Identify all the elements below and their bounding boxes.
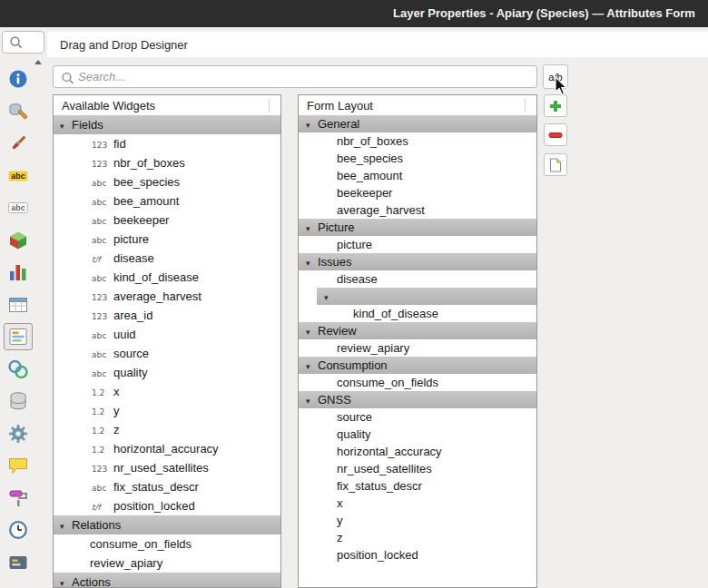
window-titlebar[interactable]: Layer Properties - Apiary (Species) — At…: [0, 0, 708, 27]
add-container-button[interactable]: [544, 94, 567, 117]
sidebar-item-joins[interactable]: [4, 356, 33, 383]
widget-item[interactable]: 1.2z: [54, 420, 280, 439]
form-item[interactable]: y: [299, 512, 536, 529]
form-item[interactable]: bee_amount: [299, 167, 536, 184]
widget-item[interactable]: 1.2horizontal_accuracy: [54, 439, 280, 458]
widget-search-field: [53, 65, 537, 88]
form-container[interactable]: ▾Review: [299, 322, 536, 339]
sidebar-item-actions[interactable]: [4, 420, 33, 447]
available-widgets-tree: ▾Fields123fid123nbr_of_boxesabcbee_speci…: [54, 115, 280, 587]
form-item[interactable]: picture: [299, 236, 536, 253]
widget-item[interactable]: t/fposition_locked: [54, 496, 280, 515]
form-container[interactable]: ▾General: [299, 115, 536, 132]
widget-item[interactable]: abcuuid: [54, 325, 280, 344]
column-resize-handle[interactable]: [269, 98, 270, 113]
available-widgets-panel: Available Widgets ▾Fields123fid123nbr_of…: [53, 94, 281, 588]
sidebar-scroll-up-icon[interactable]: [34, 60, 42, 64]
available-widgets-header[interactable]: Available Widgets: [54, 95, 280, 116]
bar-chart-icon: [7, 261, 29, 283]
storage-icon: [7, 390, 29, 412]
form-item[interactable]: fix_status_descr: [299, 477, 536, 495]
widget-item[interactable]: abckind_of_disease: [54, 268, 280, 287]
remove-container-button[interactable]: [544, 123, 567, 146]
page-icon: [548, 158, 563, 172]
widget-item[interactable]: 123area_id: [54, 306, 280, 325]
widget-item[interactable]: abcfix_status_descr: [54, 477, 280, 496]
form-item[interactable]: kind_of_disease: [299, 305, 536, 322]
svg-text:abc: abc: [11, 203, 25, 212]
pages-filter-search[interactable]: [2, 31, 44, 54]
form-item[interactable]: nr_used_satellites: [299, 460, 536, 477]
table-icon: [7, 294, 29, 316]
designer-select-value: Drag and Drop Designer: [60, 38, 188, 52]
form-layout-panel: Form Layout ▾Generalnbr_of_boxesbee_spec…: [298, 94, 537, 588]
sidebar-item-auxiliary-storage[interactable]: [4, 387, 33, 415]
form-subcontainer[interactable]: ▾: [299, 288, 536, 305]
widget-item[interactable]: review_apiary: [54, 554, 280, 573]
sidebar-item-masks[interactable]: abc: [4, 194, 33, 221]
widget-item[interactable]: consume_on_fields: [54, 534, 280, 554]
gear-icon: [7, 423, 29, 445]
form-item[interactable]: position_locked: [299, 546, 536, 564]
widget-item[interactable]: abcsource: [54, 344, 280, 363]
form-layout-title: Form Layout: [307, 99, 373, 113]
widget-item[interactable]: abcpicture: [54, 230, 280, 249]
sidebar-item-temporal[interactable]: [4, 516, 33, 544]
form-item[interactable]: quality: [299, 426, 536, 443]
sidebar-item-symbology[interactable]: [4, 130, 33, 157]
column-resize-handle[interactable]: [525, 98, 526, 113]
information-icon: [7, 68, 29, 90]
sidebar-item-3d-view[interactable]: [4, 227, 33, 254]
sidebar-item-diagrams[interactable]: [4, 259, 33, 286]
sidebar-item-labels[interactable]: abc: [4, 162, 33, 190]
sidebar-item-rendering[interactable]: [4, 485, 33, 512]
widget-item[interactable]: 123nr_used_satellites: [54, 458, 280, 477]
sidebar-item-information[interactable]: [4, 65, 33, 93]
form-container[interactable]: ▾Consumption: [299, 357, 536, 374]
variables-icon: [7, 552, 29, 573]
form-container[interactable]: ▾GNSS: [299, 391, 536, 408]
form-item[interactable]: bee_species: [299, 150, 536, 167]
form-item[interactable]: consume_on_fields: [299, 374, 536, 391]
paint-roller-icon: [7, 487, 29, 509]
sidebar-item-display[interactable]: [4, 452, 33, 479]
widget-item[interactable]: t/fdisease: [54, 249, 280, 268]
change-container-button[interactable]: [544, 153, 567, 176]
form-item[interactable]: average_harvest: [299, 201, 536, 219]
widget-item[interactable]: 1.2y: [54, 401, 280, 420]
form-item[interactable]: z: [299, 529, 536, 546]
sidebar-item-source[interactable]: [4, 98, 33, 125]
form-container[interactable]: ▾Issues: [299, 253, 536, 270]
widget-group-header[interactable]: ▾Actions: [54, 573, 280, 587]
form-layout-header[interactable]: Form Layout: [299, 95, 536, 116]
sidebar-item-fields[interactable]: [4, 291, 33, 318]
sidebar-item-attributes-form[interactable]: [4, 323, 33, 350]
designer-select[interactable]: Drag and Drop Designer: [47, 32, 708, 57]
form-item[interactable]: horizontal_accuracy: [299, 443, 536, 460]
masks-icon: abc: [7, 197, 29, 219]
widget-item[interactable]: 1.2x: [54, 382, 280, 401]
paintbrush-icon: [7, 132, 29, 154]
widget-item[interactable]: abcbeekeeper: [54, 211, 280, 230]
form-item[interactable]: review_apiary: [299, 339, 536, 357]
widget-item[interactable]: abcbee_species: [54, 172, 280, 191]
widget-item[interactable]: 123fid: [54, 134, 280, 153]
widget-item[interactable]: abcquality: [54, 363, 280, 382]
widget-group-header[interactable]: ▾Fields: [54, 115, 280, 134]
widget-item[interactable]: 123average_harvest: [54, 287, 280, 306]
search-icon: [60, 70, 76, 86]
sidebar-item-variables[interactable]: [4, 549, 33, 576]
available-widgets-title: Available Widgets: [62, 99, 155, 113]
search-input[interactable]: [54, 66, 536, 87]
form-item[interactable]: disease: [299, 270, 536, 288]
widget-group-header[interactable]: ▾Relations: [54, 515, 280, 534]
form-item[interactable]: nbr_of_boxes: [299, 132, 536, 150]
widget-item[interactable]: abcbee_amount: [54, 191, 280, 211]
form-item[interactable]: x: [299, 495, 536, 512]
form-icon: [7, 326, 29, 348]
widget-item[interactable]: 123nbr_of_boxes: [54, 153, 280, 172]
form-container[interactable]: ▾Picture: [299, 219, 536, 236]
form-item[interactable]: beekeeper: [299, 184, 536, 201]
3d-cube-icon: [7, 230, 29, 251]
form-item[interactable]: source: [299, 408, 536, 426]
